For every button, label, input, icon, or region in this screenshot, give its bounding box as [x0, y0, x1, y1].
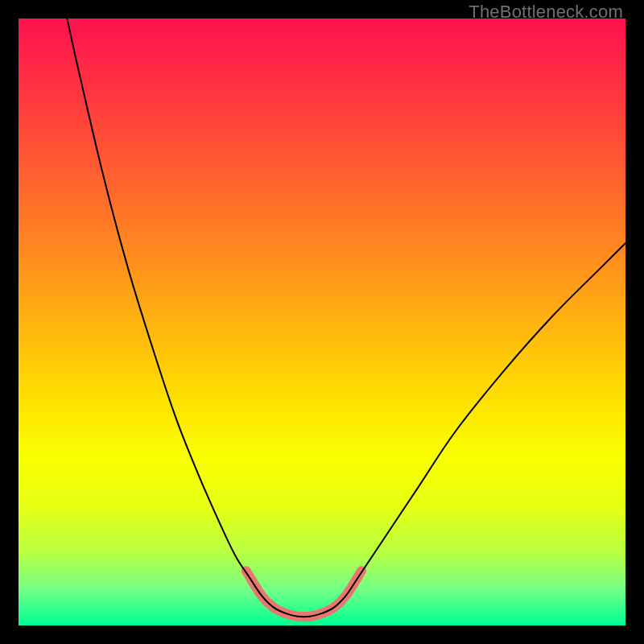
- gradient-background: [19, 19, 625, 625]
- bottleneck-chart: [19, 19, 625, 625]
- chart-frame: [19, 19, 625, 625]
- watermark-text: TheBottleneck.com: [469, 2, 623, 23]
